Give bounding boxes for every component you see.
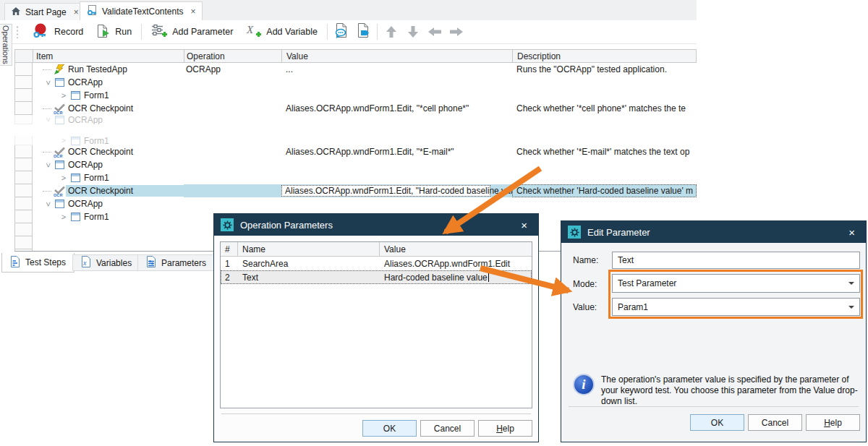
tab-parameters[interactable]: Parameters <box>137 254 215 271</box>
name-field[interactable]: Text <box>612 252 860 269</box>
help-button[interactable]: Help <box>478 420 532 437</box>
row-selector-cell[interactable] <box>14 89 33 102</box>
tab-variables[interactable]: x Variables <box>72 254 140 271</box>
expand-icon[interactable]: > <box>59 213 69 221</box>
header-operation[interactable]: Operation <box>184 50 282 62</box>
test-step-row[interactable]: >Form1 <box>14 171 697 184</box>
item-label: OCR Checkpoint <box>66 146 135 158</box>
row-selector-cell[interactable] <box>14 136 33 145</box>
row-selector-cell[interactable] <box>14 145 33 158</box>
description-cell: Check whether '*cell phone*' matches the… <box>512 102 697 115</box>
help-button[interactable]: Help <box>806 414 860 431</box>
keyword-test-icon <box>86 5 98 18</box>
ellipsis-button[interactable]: ... <box>519 270 527 284</box>
tab-validatetextcontents[interactable]: ValidateTextContents × <box>80 1 203 20</box>
parameter-row[interactable]: 2TextHard-coded baseline value... <box>221 270 532 284</box>
test-step-row[interactable]: >Form1 <box>14 136 697 145</box>
row-selector-cell[interactable] <box>14 76 33 89</box>
header-value[interactable]: Value <box>282 50 513 62</box>
toolbar-grip[interactable] <box>16 25 19 38</box>
tab-test-steps[interactable]: Test Steps <box>1 253 75 273</box>
operations-panel-tab[interactable]: Operations <box>0 24 12 66</box>
tree-connector <box>43 108 51 109</box>
value-cell[interactable]: Aliases.OCRApp.wndForm1.Edit, "Hard-code… <box>281 184 512 197</box>
item-label: OCRApp <box>66 115 105 124</box>
test-step-row[interactable]: OCROCR CheckpointAliases.OCRApp.wndForm1… <box>14 145 697 158</box>
operation-cell <box>184 171 281 184</box>
cancel-button[interactable]: Cancel <box>748 414 802 431</box>
row-selector-cell[interactable] <box>14 102 33 115</box>
value-text: Aliases.OCRApp.wndForm1.Edit, "Hard-code… <box>285 186 512 196</box>
value-cell: ... <box>281 63 512 76</box>
test-step-row[interactable]: OCROCR CheckpointAliases.OCRApp.wndForm1… <box>14 184 697 197</box>
doc-comment-icon <box>333 22 349 41</box>
close-icon[interactable]: × <box>191 7 196 17</box>
param-num: 1 <box>221 259 238 269</box>
test-step-row[interactable]: >OCRApp <box>14 76 697 89</box>
cancel-button[interactable]: Cancel <box>420 420 475 437</box>
row-selector-cell[interactable] <box>14 197 33 210</box>
row-selector-cell[interactable] <box>14 158 33 171</box>
label-button[interactable] <box>352 22 374 41</box>
collapse-icon[interactable]: > <box>44 199 52 209</box>
run-button[interactable]: Run <box>90 22 138 42</box>
item-cell: OCROCR Checkpoint <box>33 145 184 158</box>
test-step-row[interactable]: >OCRApp <box>14 197 697 210</box>
move-right-button[interactable] <box>446 22 467 41</box>
operation-cell <box>184 89 281 102</box>
test-step-row[interactable]: >OCRApp <box>14 115 697 124</box>
expand-icon[interactable]: > <box>59 137 69 145</box>
value-cell: Aliases.OCRApp.wndForm1.Edit, "*cell pho… <box>281 102 512 115</box>
row-selector-cell[interactable] <box>14 223 33 236</box>
add-variable-button[interactable]: X Add Variable <box>239 22 324 42</box>
move-down-button[interactable] <box>402 22 424 41</box>
dialog-titlebar[interactable]: Edit Parameter × <box>561 221 866 243</box>
test-step-row[interactable]: Run TestedAppOCRApp...Runs the "OCRApp" … <box>14 63 697 76</box>
row-selector-cell[interactable] <box>14 171 33 184</box>
variables-icon: x <box>81 256 91 270</box>
move-left-button[interactable] <box>424 22 446 41</box>
move-up-button[interactable] <box>380 22 402 41</box>
test-step-row[interactable]: >Form1 <box>14 89 697 102</box>
tab-start-page[interactable]: Start Page × <box>4 3 85 20</box>
parameter-row[interactable]: 1SearchAreaAliases.OCRApp.wndForm1.Edit <box>221 257 532 270</box>
dialog-titlebar[interactable]: Operation Parameters × <box>214 214 538 236</box>
svg-text:X: X <box>246 24 254 35</box>
arrow-left-icon <box>427 27 442 37</box>
header-item[interactable]: Item <box>33 50 184 62</box>
record-button[interactable]: Record <box>25 22 90 42</box>
row-selector-cell[interactable] <box>14 184 33 197</box>
close-icon[interactable]: × <box>74 7 79 17</box>
collapse-icon[interactable]: > <box>44 115 52 124</box>
row-selector-cell[interactable] <box>14 115 33 124</box>
description-button[interactable] <box>331 22 352 41</box>
value-editor[interactable]: Aliases.OCRApp.wndForm1.Edit, "Hard-code… <box>281 185 490 197</box>
collapse-icon[interactable]: > <box>44 77 52 87</box>
col-name: Name <box>238 242 380 256</box>
value-dropdown[interactable]: Param1 <box>612 298 860 316</box>
header-description[interactable]: Description <box>513 50 696 62</box>
window-icon <box>69 213 82 221</box>
description-cell <box>512 158 697 171</box>
test-step-row[interactable]: OCROCR CheckpointAliases.OCRApp.wndForm1… <box>14 102 697 115</box>
col-value: Value <box>380 242 532 256</box>
ok-button[interactable]: OK <box>690 414 744 431</box>
ellipsis-button[interactable]: ... <box>490 186 511 195</box>
close-icon[interactable]: × <box>844 226 859 239</box>
operation-cell: OCRApp <box>184 63 281 76</box>
add-parameter-button[interactable]: Add Parameter <box>145 22 239 42</box>
expand-icon[interactable]: > <box>59 92 69 100</box>
test-step-row[interactable]: >OCRApp <box>14 158 697 171</box>
item-cell: >Form1 <box>33 89 184 102</box>
value-cell <box>281 115 512 124</box>
mode-dropdown[interactable]: Test Parameter <box>612 274 860 293</box>
row-selector-cell[interactable] <box>14 210 33 223</box>
ok-button[interactable]: OK <box>362 420 417 437</box>
item-label: Run TestedApp <box>66 64 129 75</box>
row-selector-cell[interactable] <box>14 63 33 76</box>
collapse-icon[interactable]: > <box>44 160 52 170</box>
svg-text:OCR: OCR <box>54 192 62 197</box>
expand-icon[interactable]: > <box>59 174 69 182</box>
row-selector-cell[interactable] <box>14 236 33 249</box>
close-icon[interactable]: × <box>516 219 532 231</box>
